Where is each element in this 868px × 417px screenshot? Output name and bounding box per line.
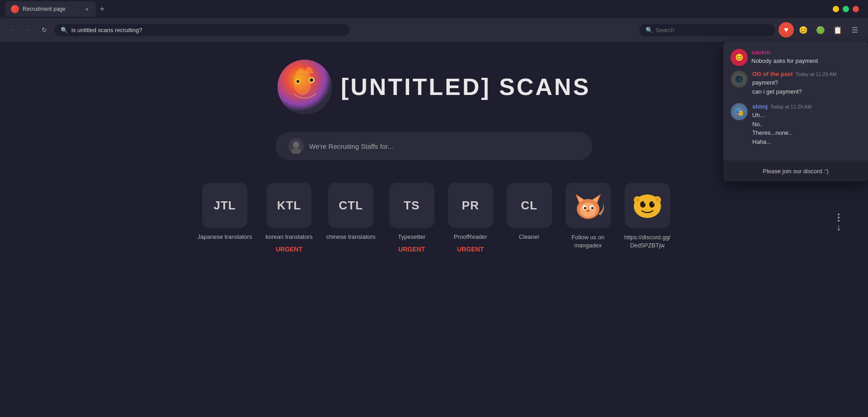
role-icon-pr: PR <box>448 183 493 228</box>
scroll-dots <box>838 213 840 222</box>
hero-avatar <box>278 60 332 114</box>
minimize-button[interactable]: − <box>833 6 839 12</box>
og-content: OG of the past Today at 11:29 AM payment… <box>752 71 837 96</box>
svg-point-20 <box>587 210 590 212</box>
role-label-discord-link: https://discord.gg/Ded5PZBTjw <box>624 233 671 250</box>
sacern-text: Nobody asks for payment <box>751 57 818 66</box>
forward-icon: → <box>25 26 31 33</box>
message-og: 🌑 OG of the past Today at 11:29 AM payme… <box>731 71 861 96</box>
role-label-mangadex: Follow us onmangadex <box>571 233 604 250</box>
profile-icon: 😊 <box>799 26 808 34</box>
extensions-button[interactable]: 🟢 <box>813 22 828 38</box>
role-label-cl: Cleaner <box>519 233 540 240</box>
og-msg-1: payment? <box>752 78 837 87</box>
role-label-ts: Typesetter <box>398 233 425 240</box>
svg-point-3 <box>297 80 299 83</box>
scroll-arrow: ↓ <box>836 213 841 232</box>
dot-3 <box>838 220 840 222</box>
back-icon: ← <box>9 26 15 33</box>
role-card-mangadex[interactable]: Follow us onmangadex <box>566 183 611 250</box>
arrow-down-icon: ↓ <box>836 223 841 232</box>
search-bar[interactable]: 🔍 <box>639 24 775 36</box>
reload-icon: ↻ <box>42 26 47 33</box>
back-button[interactable]: ← <box>5 24 18 36</box>
shimj-msg-3: Theres...none.. <box>752 128 811 137</box>
sacern-content: sacern Nobody asks for payment <box>751 49 818 66</box>
role-card-ts: TS Typesetter URGENT <box>389 183 434 253</box>
role-icon-ts: TS <box>389 183 434 228</box>
role-urgent-ts: URGENT <box>398 246 425 253</box>
browser-chrome: 🔴 Recruitment page ✕ + − □ ✕ ← → ↻ 🔍 🔍 <box>0 0 868 42</box>
svg-point-15 <box>591 207 593 209</box>
heart-icon: ♥ <box>784 26 788 34</box>
recruit-banner: We're Recruiting Staffs for... <box>276 132 592 160</box>
search-bar-icon: 🔍 <box>646 27 653 33</box>
address-bar: ← → ↻ 🔍 🔍 ♥ 😊 🟢 📋 <box>0 18 868 42</box>
forward-button[interactable]: → <box>22 24 34 36</box>
role-card-pr: PR ProofReader URGENT <box>448 183 493 253</box>
active-tab[interactable]: 🔴 Recruitment page ✕ <box>5 1 96 17</box>
recruit-avatar <box>288 138 304 154</box>
role-urgent-ktl: URGENT <box>276 246 302 253</box>
tab-bar: 🔴 Recruitment page ✕ + − □ ✕ <box>0 0 868 18</box>
close-button[interactable]: ✕ <box>853 6 859 12</box>
maximize-button[interactable]: □ <box>843 6 849 12</box>
hero-title: [UNTITLED] SCANS <box>341 73 590 100</box>
shimj-msg-1: Uh... <box>752 111 811 120</box>
menu-icon: ☰ <box>852 26 858 34</box>
shimj-content: shimj Today at 11:29 AM Uh... No.. There… <box>752 103 811 146</box>
search-input[interactable] <box>656 27 769 33</box>
popup-messages: 😊 sacern Nobody asks for payment 🌑 OG of… <box>723 42 868 161</box>
tab-title: Recruitment page <box>23 6 80 12</box>
og-timestamp: Today at 11:29 AM <box>796 71 837 77</box>
discord-icon <box>625 183 670 228</box>
recruit-avatar-icon <box>288 138 304 154</box>
role-label-jtl: Japanese translators <box>198 233 252 240</box>
extensions-icon: 🟢 <box>816 26 825 34</box>
role-card-ktl: KTL korean translators URGENT <box>265 183 312 253</box>
role-icon-ctl: CTL <box>328 183 373 228</box>
svg-point-28 <box>656 198 659 202</box>
heart-button[interactable]: ♥ <box>778 22 794 38</box>
menu-button[interactable]: ☰ <box>847 22 863 38</box>
browser-actions: ♥ 😊 🟢 📋 ☰ <box>778 22 863 38</box>
svg-point-5 <box>310 79 313 82</box>
main-content: ⚙ <box>0 42 868 417</box>
mangadex-icon <box>566 183 611 228</box>
dot-1 <box>838 213 840 215</box>
message-shimj: 🎭 shimj Today at 11:29 AM Uh... No.. The… <box>731 103 861 146</box>
svg-point-29 <box>644 201 646 204</box>
url-input[interactable] <box>71 27 343 33</box>
roles-section: JTL Japanese translators KTL korean tran… <box>198 183 671 253</box>
window-controls: − □ ✕ <box>833 6 863 12</box>
svg-point-27 <box>636 198 639 202</box>
hero-avatar-image <box>278 60 332 114</box>
og-header: OG of the past Today at 11:29 AM <box>752 71 837 77</box>
role-icon-jtl: JTL <box>202 183 247 228</box>
reload-button[interactable]: ↻ <box>38 24 51 36</box>
sacern-username: sacern <box>751 49 770 56</box>
role-card-jtl: JTL Japanese translators <box>198 183 252 240</box>
role-card-ctl: CTL chinese translators <box>326 183 376 240</box>
url-bar[interactable]: 🔍 <box>54 24 349 36</box>
recruit-text: We're Recruiting Staffs for... <box>309 142 393 150</box>
role-label-ktl: korean translators <box>265 233 312 240</box>
profile-button[interactable]: 😊 <box>796 22 811 38</box>
new-tab-button[interactable]: + <box>96 3 108 15</box>
svg-point-30 <box>653 201 655 204</box>
role-icon-cl: CL <box>507 183 552 228</box>
sacern-header: sacern <box>751 49 818 56</box>
shimj-username: shimj <box>752 103 768 110</box>
shimj-msg-4: Haha... <box>752 137 811 147</box>
shimj-header: shimj Today at 11:29 AM <box>752 103 811 110</box>
bookmarks-button[interactable]: 📋 <box>830 22 845 38</box>
role-card-discord[interactable]: https://discord.gg/Ded5PZBTjw <box>624 183 671 250</box>
tab-favicon: 🔴 <box>11 5 19 13</box>
search-icon: 🔍 <box>61 27 68 33</box>
role-label-pr: ProofReader <box>454 233 487 240</box>
role-urgent-pr: URGENT <box>457 246 484 253</box>
shimj-msg-2: No.. <box>752 120 811 129</box>
tab-close-button[interactable]: ✕ <box>83 5 90 13</box>
svg-point-7 <box>293 142 299 148</box>
discord-logo-svg <box>625 183 670 228</box>
